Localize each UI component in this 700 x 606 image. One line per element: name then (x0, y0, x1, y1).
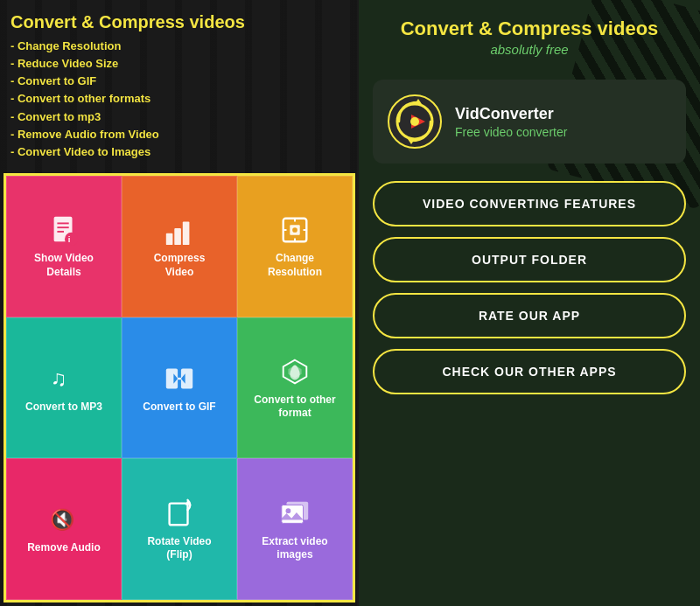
grid-label-convert-gif: Convert to GIF (143, 401, 215, 414)
grid-compress-video[interactable]: CompressVideo (122, 176, 237, 317)
rotate-icon (163, 497, 196, 530)
rate-our-app-button[interactable]: RATE OUR APP (373, 293, 686, 338)
video-converting-features-button[interactable]: VIDEO CONVERTING FEATURES (373, 181, 686, 226)
grid-rotate-video[interactable]: Rotate Video(Flip) (122, 458, 237, 600)
grid-label-change-resolution: ChangeResolution (268, 252, 322, 279)
format-icon (278, 355, 312, 388)
svg-point-31 (410, 117, 419, 126)
images-icon (278, 497, 312, 530)
feature-item: - Change Resolution (10, 38, 348, 55)
app-logo-icon (387, 94, 443, 150)
right-panel: Convert & Compress videos absolutly free… (359, 0, 700, 606)
grid-label-extract-images: Extract videoimages (262, 535, 327, 562)
grid-label-rotate-video: Rotate Video(Flip) (147, 535, 211, 562)
right-subtitle: absolutly free (373, 42, 686, 57)
left-header: Convert & Compress videos - Change Resol… (0, 0, 359, 170)
svg-point-11 (292, 227, 298, 233)
feature-item: - Reduce Video Size (10, 55, 348, 73)
svg-text:i: i (68, 234, 71, 244)
features-list: - Change Resolution- Reduce Video Size- … (10, 38, 348, 161)
compress-icon (163, 213, 196, 247)
grid-convert-format[interactable]: Convert to otherformat (237, 317, 353, 459)
svg-rect-6 (166, 233, 173, 245)
menu-buttons: VIDEO CONVERTING FEATURES OUTPUT FOLDER … (359, 181, 700, 606)
feature-item: - Convert to other formats (10, 90, 348, 108)
grid-label-show-video-details: Show VideoDetails (34, 252, 94, 279)
grid-remove-audio[interactable]: 🔇 Remove Audio (6, 458, 122, 600)
grid-change-resolution[interactable]: ChangeResolution (237, 176, 353, 317)
grid-label-remove-audio: Remove Audio (27, 541, 101, 555)
check-other-apps-button[interactable]: CHECK OUR OTHER APPS (373, 349, 686, 394)
svg-rect-8 (183, 222, 190, 246)
mp3-icon: ♫ (47, 362, 80, 395)
grid-label-convert-mp3: Convert to MP3 (25, 401, 102, 414)
right-title: Convert & Compress videos (373, 17, 686, 40)
app-name: VidConverter (455, 105, 567, 123)
svg-text:♫: ♫ (51, 366, 67, 389)
app-info-card: VidConverter Free video converter (373, 80, 686, 164)
feature-item: - Remove Audio from Video (10, 126, 348, 143)
svg-rect-27 (282, 505, 304, 523)
feature-item: - Convert Video to Images (10, 143, 348, 161)
grid-convert-gif[interactable]: Convert to GIF (122, 317, 237, 459)
grid-label-convert-format: Convert to otherformat (254, 394, 335, 421)
svg-point-28 (286, 508, 291, 513)
app-text: VidConverter Free video converter (455, 105, 567, 139)
feature-item: - Convert to GIF (10, 73, 348, 90)
svg-rect-23 (170, 503, 188, 525)
grid-show-video-details[interactable]: i Show VideoDetails (6, 176, 122, 317)
feature-grid: i Show VideoDetails CompressVideo (4, 173, 355, 603)
doc-icon: i (47, 213, 80, 247)
svg-rect-7 (174, 228, 181, 245)
grid-label-compress-video: CompressVideo (154, 252, 206, 279)
audio-off-icon: 🔇 (47, 503, 80, 536)
grid-extract-images[interactable]: Extract videoimages (237, 458, 353, 600)
grid-convert-mp3[interactable]: ♫ Convert to MP3 (6, 317, 122, 459)
svg-text:🔇: 🔇 (50, 507, 75, 532)
app-desc: Free video converter (455, 125, 567, 139)
svg-point-4 (65, 233, 78, 246)
feature-item: - Convert to mp3 (10, 108, 348, 126)
right-header: Convert & Compress videos absolutly free (359, 0, 700, 71)
output-folder-button[interactable]: OUTPUT FOLDER (373, 237, 686, 282)
left-panel: Convert & Compress videos - Change Resol… (0, 0, 359, 606)
gif-icon (163, 362, 196, 395)
resolution-icon (278, 213, 312, 247)
left-title: Convert & Compress videos (10, 12, 348, 32)
